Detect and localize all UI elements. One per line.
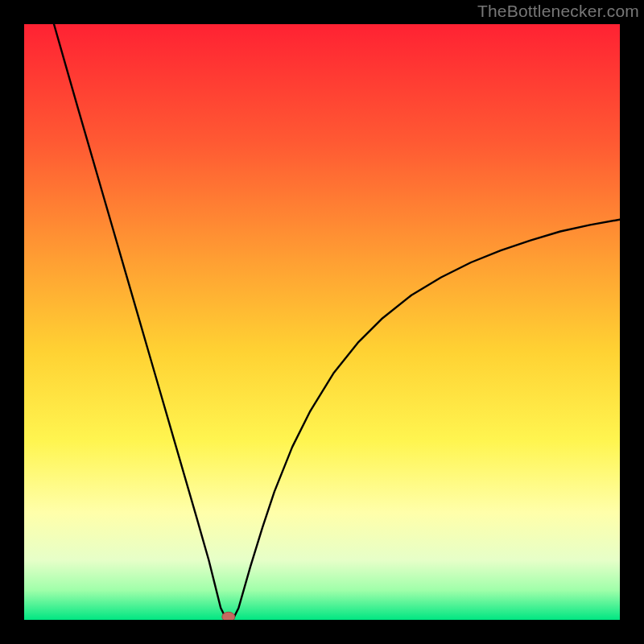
bottleneck-chart — [0, 0, 644, 644]
optimal-point-marker — [222, 612, 235, 621]
chart-frame: { "watermark": "TheBottleneсker.com", "c… — [0, 0, 644, 644]
watermark-text: TheBottleneсker.com — [477, 2, 639, 21]
plot-background — [24, 24, 620, 620]
